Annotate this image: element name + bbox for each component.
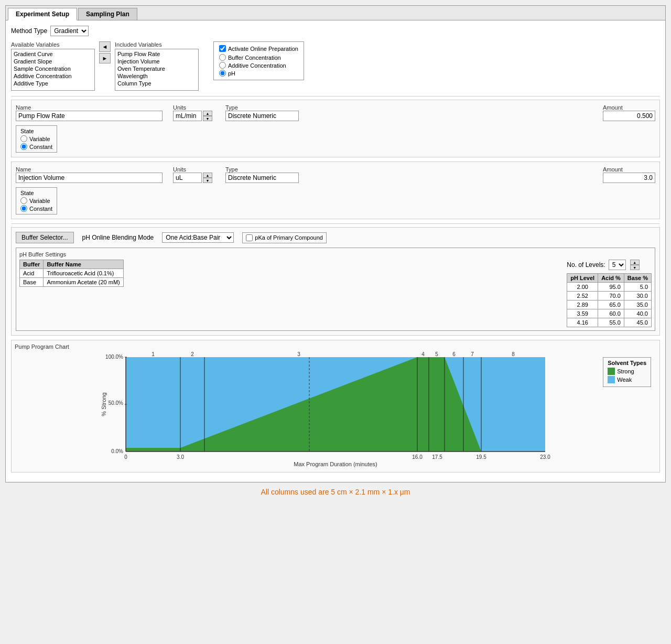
svg-text:8: 8: [512, 352, 515, 357]
state-title-1: State: [20, 128, 52, 134]
list-item[interactable]: Additive Type: [13, 80, 93, 87]
footer-text: All columns used are 5 cm × 2.1 mm × 1.x…: [0, 488, 671, 496]
state-title-2: State: [20, 190, 52, 196]
units-input-1[interactable]: [173, 111, 202, 121]
svg-text:17.5: 17.5: [432, 454, 442, 460]
svg-text:4: 4: [421, 352, 425, 357]
table-row[interactable]: 2.00 95.0 5.0: [567, 283, 652, 292]
ph-blend-select[interactable]: One Acid:Base Pair Two Acid:Base Pairs: [162, 232, 234, 243]
units-label-1: Units: [173, 104, 215, 111]
table-row[interactable]: 2.52 70.0 30.0: [567, 292, 652, 300]
pump-flow-rate-block: Name Units ▲ ▼ Type: [11, 100, 660, 157]
list-item[interactable]: Column Type: [116, 80, 197, 87]
tab-sampling-plan[interactable]: Sampling Plan: [78, 8, 137, 20]
spinner-up-2[interactable]: ▲: [203, 173, 212, 178]
injection-volume-block: Name Units ▲ ▼ Type: [11, 162, 660, 219]
pump-chart-svg: 100.0% 50.0% 0.0% % Strong 0 3.0 16.0 17…: [15, 352, 656, 467]
list-item[interactable]: Sample Concentration: [13, 65, 93, 72]
state-box-2: State Variable Constant: [16, 187, 57, 214]
pump-chart-title: Pump Program Chart: [15, 344, 656, 350]
table-row[interactable]: Acid Triflouroacetic Acid (0.1%): [20, 269, 124, 278]
additive-concentration-label: Additive Concentration: [228, 62, 286, 69]
type-input-2: [225, 173, 299, 183]
name-label-1: Name: [16, 104, 163, 111]
strong-color-swatch: [608, 368, 615, 375]
spinner-down-2[interactable]: ▼: [203, 178, 212, 183]
strong-label: Strong: [617, 368, 634, 374]
list-item[interactable]: Wavelength: [116, 72, 197, 80]
name-input-2[interactable]: [16, 173, 163, 183]
list-item[interactable]: Oven Temperature: [116, 65, 197, 72]
svg-text:0: 0: [124, 454, 127, 460]
table-row[interactable]: 2.89 65.0 35.0: [567, 300, 652, 309]
svg-text:2: 2: [191, 352, 194, 357]
arrow-buttons: ◄ ►: [99, 41, 111, 63]
activate-online-prep-checkbox[interactable]: [219, 45, 226, 52]
solvent-legend: Solvent Types Strong Weak: [603, 357, 651, 387]
svg-text:19.5: 19.5: [476, 454, 486, 460]
list-item[interactable]: Gradient Curve: [13, 50, 93, 58]
online-prep-label: Activate Online Preparation: [228, 46, 298, 52]
units-input-2[interactable]: [173, 173, 202, 183]
buffer-table: Buffer Buffer Name Acid Triflouroacetic …: [19, 260, 124, 287]
constant-label-2: Constant: [29, 206, 52, 212]
included-variables-title: Included Variables: [115, 41, 199, 48]
amount-input-2[interactable]: [603, 173, 655, 183]
list-item[interactable]: Additive Concentration: [13, 72, 93, 80]
buffer-selector-button[interactable]: Buffer Selector...: [16, 232, 74, 243]
list-item[interactable]: Pump Flow Rate: [116, 50, 197, 58]
name-input-1[interactable]: [16, 111, 163, 121]
table-row[interactable]: 4.16 55.0 45.0: [567, 318, 652, 327]
list-item[interactable]: Injection Volume: [116, 58, 197, 65]
method-type-select[interactable]: Gradient Isocratic: [50, 26, 89, 36]
amount-label-2: Amount: [603, 166, 655, 173]
constant-radio-2[interactable]: [20, 205, 27, 212]
spinner-down-1[interactable]: ▼: [203, 116, 212, 121]
buffer-type-cell: Acid: [20, 269, 44, 278]
included-variables-box: Pump Flow Rate Injection Volume Oven Tem…: [115, 49, 199, 91]
svg-text:100.0%: 100.0%: [105, 354, 123, 360]
name-label-2: Name: [16, 166, 163, 173]
included-variables-list: Pump Flow Rate Injection Volume Oven Tem…: [116, 50, 197, 87]
list-item[interactable]: Gradient Slope: [13, 58, 93, 65]
online-prep-box: Activate Online Preparation Buffer Conce…: [213, 41, 304, 80]
buffer-name-cell: Triflouroacetic Acid (0.1%): [44, 269, 123, 278]
variable-radio-1[interactable]: [20, 135, 27, 142]
svg-text:Max Program Duration (minutes): Max Program Duration (minutes): [294, 461, 377, 467]
levels-spinner-up[interactable]: ▲: [630, 260, 640, 265]
available-variables-list: Gradient Curve Gradient Slope Sample Con…: [13, 50, 93, 87]
variable-label-2: Variable: [29, 198, 50, 204]
legend-item-weak: Weak: [608, 376, 646, 383]
ph-radio[interactable]: [219, 70, 226, 77]
no-levels-label: No. of Levels:: [567, 261, 605, 269]
method-type-label: Method Type: [11, 27, 47, 35]
ph-buffer-settings-title: pH Buffer Settings: [19, 251, 652, 257]
table-row[interactable]: 3.59 60.0 40.0: [567, 309, 652, 318]
variable-radio-2[interactable]: [20, 197, 27, 204]
tab-experiment-setup[interactable]: Experiment Setup: [8, 8, 77, 20]
ph-buffer-settings: pH Buffer Settings Buffer Buffer Name: [16, 248, 655, 331]
svg-text:3: 3: [297, 352, 300, 357]
pka-checkbox[interactable]: [246, 234, 253, 241]
ph-label: pH: [228, 70, 235, 77]
legend-title: Solvent Types: [608, 360, 646, 366]
buffer-concentration-radio[interactable]: [219, 54, 226, 61]
available-variables-title: Available Variables: [11, 41, 95, 48]
svg-text:0.0%: 0.0%: [111, 448, 123, 454]
acid-pct-header: Acid %: [598, 274, 624, 283]
spinner-up-1[interactable]: ▲: [203, 111, 212, 116]
no-levels-select[interactable]: 5346: [609, 260, 626, 270]
svg-text:6: 6: [452, 352, 456, 357]
buffer-name-col-header: Buffer Name: [44, 260, 123, 269]
buffer-concentration-label: Buffer Concentration: [228, 55, 281, 61]
constant-radio-1[interactable]: [20, 143, 27, 150]
move-left-button[interactable]: ◄: [99, 41, 111, 52]
amount-input-1[interactable]: [603, 111, 655, 121]
additive-concentration-radio[interactable]: [219, 62, 226, 69]
move-right-button[interactable]: ►: [99, 53, 111, 63]
levels-spinner-down[interactable]: ▼: [630, 265, 640, 270]
table-row[interactable]: Base Ammonium Acetate (20 mM): [20, 278, 124, 287]
ph-level-header: pH Level: [567, 274, 598, 283]
type-input-1: [225, 111, 299, 121]
svg-text:% Strong: % Strong: [101, 392, 107, 416]
